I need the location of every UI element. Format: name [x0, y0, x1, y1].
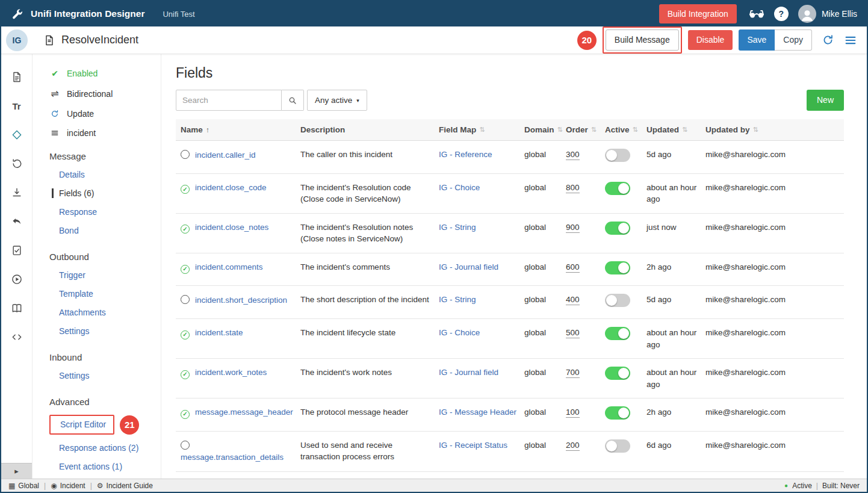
sort-icon: ⇅	[591, 126, 597, 134]
scope-incident[interactable]: ◉Incident	[51, 482, 85, 490]
column-header-domain[interactable]: Domain⇅	[524, 125, 566, 134]
disable-button[interactable]: Disable	[688, 30, 733, 49]
column-header-updated[interactable]: Updated⇅	[646, 125, 705, 134]
active-toggle[interactable]	[605, 367, 630, 380]
field-order-value[interactable]: 500	[566, 328, 580, 338]
column-header-active[interactable]: Active⇅	[605, 125, 646, 134]
field-order-value[interactable]: 400	[566, 295, 580, 305]
active-filter-dropdown[interactable]: Any active ▾	[307, 90, 367, 111]
field-order-cell: 600	[566, 261, 605, 273]
sidebar-item-trigger[interactable]: Trigger	[49, 270, 85, 280]
field-map-link[interactable]: IG - Choice	[439, 183, 480, 192]
history-icon[interactable]	[1, 149, 32, 178]
active-toggle[interactable]	[605, 261, 630, 274]
grid-icon: ▦	[8, 482, 15, 490]
scope-incident-guide[interactable]: ⚙Incident Guide	[97, 482, 153, 490]
field-order-value[interactable]: 800	[566, 183, 580, 193]
sidebar-item-settings[interactable]: Settings	[49, 371, 90, 380]
active-toggle[interactable]	[605, 327, 630, 340]
menu-icon[interactable]	[844, 34, 857, 47]
field-map-link[interactable]: IG - String	[439, 223, 476, 232]
new-button[interactable]: New	[807, 90, 844, 111]
status-bar: ▦Global|◉Incident|⚙Incident Guide ● Acti…	[1, 479, 867, 492]
code-icon[interactable]	[1, 323, 32, 352]
sidebar-item-fields-6[interactable]: Fields (6)	[52, 188, 94, 198]
field-name-link[interactable]: incident.short_description	[195, 296, 287, 305]
field-name-link[interactable]: message.transaction_details	[181, 453, 284, 462]
tasks-icon[interactable]	[1, 236, 32, 265]
active-toggle[interactable]	[605, 294, 630, 307]
text-format-icon[interactable]: Tr	[1, 91, 32, 120]
user-name[interactable]: Mike Ellis	[822, 9, 857, 19]
field-order-value[interactable]: 900	[566, 223, 580, 233]
sidebar-item-template[interactable]: Template	[49, 289, 93, 299]
field-map-link[interactable]: IG - Receipt Status	[439, 441, 507, 450]
active-toggle[interactable]	[605, 149, 630, 162]
download-icon[interactable]	[1, 178, 32, 207]
user-avatar-icon[interactable]	[798, 5, 816, 23]
save-button[interactable]: Save	[739, 29, 775, 50]
field-name-link[interactable]: incident.caller_id	[195, 150, 256, 160]
sidebar-item-details[interactable]: Details	[49, 170, 85, 179]
integration-avatar[interactable]: IG	[6, 29, 28, 51]
sidebar-item-response[interactable]: Response	[49, 207, 97, 217]
field-name-link[interactable]: incident.comments	[195, 262, 263, 271]
field-name-cell: incident.caller_id	[176, 149, 300, 161]
play-icon[interactable]	[1, 265, 32, 294]
refresh-icon[interactable]	[822, 34, 834, 46]
column-header-updated-by[interactable]: Updated by⇅	[705, 125, 844, 134]
field-map-link[interactable]: IG - String	[439, 295, 476, 304]
column-header-order[interactable]: Order⇅	[566, 125, 605, 134]
search-button[interactable]	[282, 90, 304, 111]
sidebar-item-script-editor[interactable]: Script Editor	[51, 420, 106, 429]
field-map-link[interactable]: IG - Message Header	[439, 408, 516, 417]
table-row: message.transaction_detailsUsed to send …	[176, 432, 844, 472]
field-map-link[interactable]: IG - Choice	[439, 328, 480, 337]
field-name-link[interactable]: incident.work_notes	[195, 368, 267, 377]
search-input[interactable]	[176, 90, 282, 111]
active-toggle[interactable]	[605, 406, 630, 420]
field-updated: about an hour ago	[646, 327, 705, 350]
toggle-knob	[618, 368, 629, 379]
reply-icon[interactable]	[1, 207, 32, 236]
active-toggle[interactable]	[605, 439, 630, 453]
field-map-link[interactable]: IG - Reference	[439, 150, 492, 159]
help-icon[interactable]: ?	[774, 7, 789, 21]
field-name-cell: ✓incident.state	[176, 327, 300, 339]
field-order-cell: 400	[566, 294, 605, 306]
column-header-field-map[interactable]: Field Map⇅	[439, 125, 524, 134]
copy-button[interactable]: Copy	[775, 29, 812, 50]
sidebar-item-response-actions-2[interactable]: Response actions (2)	[49, 443, 138, 453]
field-map-link[interactable]: IG - Journal field	[439, 262, 498, 271]
sidebar-item-attachments[interactable]: Attachments	[49, 308, 106, 317]
collapse-button[interactable]: ▸	[1, 463, 32, 479]
field-map-cell: IG - Journal field	[439, 367, 524, 379]
field-name-link[interactable]: incident.close_notes	[195, 223, 268, 232]
sidebar-item-event-actions-1[interactable]: Event actions (1)	[49, 462, 122, 471]
integration-group-name[interactable]: Unifi Test	[163, 10, 194, 19]
build-message-button[interactable]: Build Message	[606, 29, 679, 50]
field-name-link[interactable]: message.message_header	[195, 408, 293, 417]
column-header-description: Description	[300, 125, 439, 134]
book-icon[interactable]	[1, 294, 32, 323]
column-header-name[interactable]: Name↑	[176, 125, 300, 134]
glasses-icon[interactable]	[749, 9, 764, 19]
field-order-value[interactable]: 300	[566, 150, 580, 160]
field-name-link[interactable]: incident.close_code	[195, 183, 267, 192]
label-icon[interactable]	[1, 120, 32, 149]
field-domain: global	[524, 439, 566, 451]
build-integration-button[interactable]: Build Integration	[659, 4, 737, 23]
active-toggle[interactable]	[605, 222, 630, 235]
field-order-value[interactable]: 200	[566, 441, 580, 451]
field-map-link[interactable]: IG - Journal field	[439, 368, 498, 377]
scope-global[interactable]: ▦Global	[8, 482, 39, 490]
field-name-link[interactable]: incident.state	[195, 328, 243, 337]
field-order-value[interactable]: 700	[566, 368, 580, 378]
field-domain: global	[524, 149, 566, 161]
field-order-value[interactable]: 100	[566, 408, 580, 418]
sidebar-item-bond[interactable]: Bond	[49, 226, 79, 235]
sidebar-item-settings[interactable]: Settings	[49, 326, 90, 336]
field-order-value[interactable]: 600	[566, 262, 580, 273]
document-icon[interactable]	[1, 63, 32, 91]
active-toggle[interactable]	[605, 182, 630, 195]
